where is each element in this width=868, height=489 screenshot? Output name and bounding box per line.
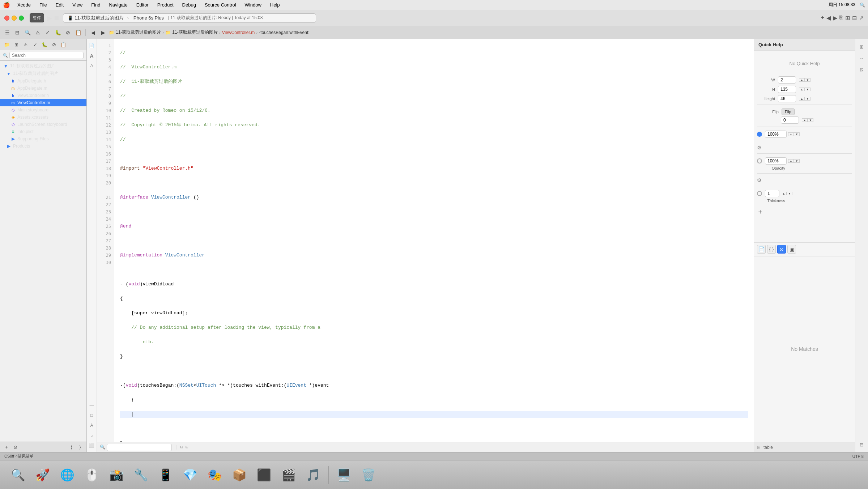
add-icon[interactable]: +: [821, 14, 824, 21]
sidebar-nav-right[interactable]: ⟩: [76, 443, 84, 451]
editor-toggle-icon[interactable]: ⊞: [845, 14, 850, 21]
dock-trash[interactable]: 🗑️: [358, 464, 379, 486]
radio-btn-2[interactable]: [757, 158, 762, 163]
menu-help[interactable]: Help: [269, 2, 281, 8]
filter-btn[interactable]: ⊜: [12, 443, 19, 451]
dock-monitor[interactable]: 🖥️: [333, 464, 355, 486]
rg-assistant-icon[interactable]: ↔: [857, 54, 867, 63]
code-content[interactable]: // // ViewController.m // 11-获取裁剪过后的图片 /…: [114, 39, 754, 442]
panel-code-icon[interactable]: { }: [767, 245, 776, 254]
menu-edit[interactable]: Edit: [54, 2, 65, 8]
w-input[interactable]: [778, 76, 796, 84]
apple-menu[interactable]: 🍎: [3, 1, 10, 8]
sidebar-toggle-icon[interactable]: ⎘: [839, 14, 843, 21]
w-stepper-down[interactable]: ▼: [805, 78, 810, 82]
thickness-input[interactable]: [765, 190, 779, 197]
breadcrumb-method[interactable]: -touchesBegan:withEvent:: [259, 30, 309, 35]
percent-input-1[interactable]: [765, 131, 787, 138]
sidebar-item-root-project[interactable]: ▼ 11-获取裁剪过后的图片: [0, 62, 86, 70]
dock-finder[interactable]: 🔍: [7, 464, 29, 486]
sidebar-item-assets[interactable]: ◈ Assets.xcassets: [0, 114, 86, 121]
run-icon[interactable]: ▶: [47, 14, 52, 22]
sidebar-item-group[interactable]: ▼ 11-获取裁剪过后的图片: [0, 70, 86, 77]
dock-sketch[interactable]: 💎: [179, 464, 201, 486]
height-input[interactable]: [778, 95, 796, 102]
search-btn[interactable]: 🔍: [23, 28, 32, 37]
sidebar-item-products[interactable]: ▶ Products: [0, 143, 86, 150]
circle-icon[interactable]: ○: [88, 432, 95, 439]
nav-forward-icon[interactable]: ▶: [833, 14, 837, 21]
add-file-btn[interactable]: +: [3, 443, 10, 451]
sidebar-issues-icon[interactable]: ⚠: [22, 41, 30, 48]
sidebar-item-supporting-files[interactable]: ▶ Supporting Files: [0, 135, 86, 143]
square-icon[interactable]: □: [88, 412, 95, 419]
zero-stepper-up[interactable]: ▲: [802, 118, 808, 122]
h-stepper-down[interactable]: ▼: [805, 88, 810, 91]
dock-ios[interactable]: 📱: [155, 464, 176, 486]
A-small-icon[interactable]: A: [88, 62, 95, 69]
dock-safari[interactable]: 🌐: [56, 464, 78, 486]
sidebar-item-viewcontroller-h[interactable]: h ViewController.h: [0, 92, 86, 99]
nav-back-icon[interactable]: ◀: [826, 14, 831, 21]
breadcrumb-group[interactable]: 11-获取裁剪过后的图片: [172, 29, 217, 35]
code-editor[interactable]: 1 2 3 4 5 6 7 8 9 10 11 12 13 14 15 16 1: [97, 39, 754, 452]
breadcrumb-file[interactable]: ViewController.m: [222, 30, 255, 35]
test-btn[interactable]: ✓: [43, 28, 52, 37]
history-btn[interactable]: ⊟: [13, 28, 22, 37]
sidebar-debug-icon[interactable]: 🐛: [41, 41, 48, 48]
menu-view[interactable]: View: [71, 2, 84, 8]
A-bottom-icon[interactable]: A: [88, 422, 95, 429]
menubar-search-icon[interactable]: 🔍: [860, 3, 865, 8]
sidebar-search-input[interactable]: [9, 52, 84, 59]
maximize-button[interactable]: [19, 16, 24, 21]
menu-xcode[interactable]: Xcode: [16, 2, 32, 8]
menu-product[interactable]: Product: [156, 2, 175, 8]
menu-file[interactable]: File: [38, 2, 48, 8]
dock-ppt[interactable]: 🎭: [204, 464, 226, 486]
line-icon[interactable]: —: [88, 401, 95, 409]
square2-icon[interactable]: ⬜: [88, 442, 95, 449]
radio-btn-1[interactable]: [757, 132, 762, 137]
h-stepper-up[interactable]: ▲: [799, 88, 805, 91]
menu-editor[interactable]: Editor: [135, 2, 150, 8]
dock-mouse[interactable]: 🖱️: [81, 464, 103, 486]
dock-movie[interactable]: 🎬: [278, 464, 299, 486]
zero-input[interactable]: [781, 116, 799, 124]
sidebar-item-launchscreen[interactable]: ◇ LaunchScreen.storyboard: [0, 121, 86, 128]
stop-icon[interactable]: ⏹: [54, 14, 60, 22]
breadcrumb-project[interactable]: 11-获取裁剪过后的图片: [116, 29, 161, 35]
flip-button[interactable]: Flip: [782, 109, 795, 115]
dock-launchpad[interactable]: 🚀: [32, 464, 54, 486]
dock-music[interactable]: 🎵: [302, 464, 324, 486]
sidebar-item-infoplist[interactable]: ≡ Info.plist: [0, 128, 86, 135]
thickness-stepper-down[interactable]: ▼: [787, 192, 792, 195]
close-button[interactable]: [4, 16, 9, 21]
opacity-stepper-up[interactable]: ▲: [788, 159, 794, 163]
forward-btn[interactable]: ▶: [99, 28, 107, 37]
sidebar-breakpoints-icon[interactable]: ⊘: [50, 41, 58, 48]
sidebar-item-main-storyboard[interactable]: ◇ Main.storyboard: [0, 106, 86, 114]
w-stepper-up[interactable]: ▲: [799, 78, 805, 82]
sidebar-item-viewcontroller-m[interactable]: m ViewController.m: [0, 99, 86, 106]
back-btn[interactable]: ◀: [89, 28, 97, 37]
menu-find[interactable]: Find: [90, 2, 102, 8]
A-big-icon[interactable]: A: [88, 52, 95, 59]
warning-btn[interactable]: ⚠: [33, 28, 42, 37]
percent-stepper-1-up[interactable]: ▲: [788, 132, 794, 136]
dock-terminal[interactable]: ⬛: [253, 464, 275, 486]
rg-version-icon[interactable]: ⎘: [857, 65, 867, 75]
gear-icon[interactable]: ⚙: [757, 145, 762, 150]
dock-camera[interactable]: 📸: [106, 464, 127, 486]
gear2-icon[interactable]: ⚙: [757, 177, 762, 183]
sidebar-source-icon[interactable]: ⊞: [12, 41, 20, 48]
report-btn[interactable]: 📋: [74, 28, 82, 37]
opacity-input[interactable]: [765, 157, 787, 165]
rg-hide-icon[interactable]: ⊟: [857, 440, 867, 449]
sidebar-nav-left[interactable]: ⟨: [68, 443, 75, 451]
height-stepper-down[interactable]: ▼: [805, 97, 810, 101]
menu-debug[interactable]: Debug: [181, 2, 197, 8]
assistant-editor-icon[interactable]: ⊟: [852, 14, 857, 21]
breakpoint-btn[interactable]: ⊘: [64, 28, 72, 37]
opacity-stepper-down[interactable]: ▼: [794, 159, 800, 163]
menu-navigate[interactable]: Navigate: [107, 2, 129, 8]
